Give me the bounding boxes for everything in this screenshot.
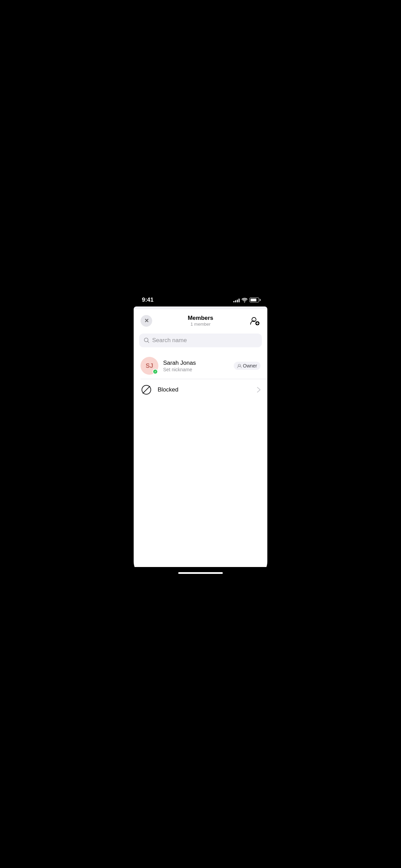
close-icon: ✕ — [144, 318, 149, 324]
home-bar — [178, 572, 223, 574]
search-container: Search name — [134, 331, 267, 353]
owner-badge: Owner — [234, 362, 260, 370]
search-icon — [144, 338, 149, 343]
avatar-container: SJ ✓ — [141, 357, 158, 375]
svg-point-2 — [144, 338, 148, 342]
content-area: SJ ✓ Sarah Jonas Set nickname Owner — [134, 353, 267, 567]
chevron-right-icon — [257, 387, 260, 393]
member-nickname: Set nickname — [163, 367, 229, 372]
signal-icon — [233, 298, 240, 302]
sheet-header: ✕ Members 1 member — [134, 309, 267, 331]
owner-icon — [237, 364, 242, 368]
battery-fill — [251, 299, 256, 301]
add-member-button[interactable] — [249, 315, 260, 327]
header-subtitle: 1 member — [152, 322, 249, 327]
status-time: 9:41 — [142, 297, 154, 303]
avatar-initials: SJ — [146, 362, 153, 370]
modal-sheet: ✕ Members 1 member — [134, 309, 267, 567]
search-bar[interactable]: Search name — [139, 334, 262, 347]
blocked-icon-container — [141, 384, 152, 396]
status-bar: 9:41 — [134, 289, 267, 306]
blocked-label: Blocked — [158, 386, 252, 393]
status-icons — [233, 298, 259, 302]
member-list-item[interactable]: SJ ✓ Sarah Jonas Set nickname Owner — [134, 353, 267, 379]
header-title: Members — [152, 315, 249, 322]
online-badge: ✓ — [153, 369, 158, 374]
member-info: Sarah Jonas Set nickname — [163, 360, 229, 372]
sheet-handle — [134, 306, 267, 309]
wifi-icon — [242, 298, 247, 302]
add-member-icon — [250, 316, 259, 325]
owner-label: Owner — [243, 363, 257, 369]
member-name: Sarah Jonas — [163, 360, 229, 366]
home-indicator — [134, 567, 267, 579]
close-button[interactable]: ✕ — [141, 315, 152, 327]
blocked-list-item[interactable]: Blocked — [134, 379, 267, 400]
header-center: Members 1 member — [152, 315, 249, 327]
blocked-icon — [141, 384, 152, 395]
search-placeholder: Search name — [152, 337, 187, 344]
battery-icon — [250, 298, 259, 302]
online-check-icon: ✓ — [154, 370, 157, 373]
phone-frame: 9:41 ✕ Members 1 memb — [134, 289, 267, 579]
